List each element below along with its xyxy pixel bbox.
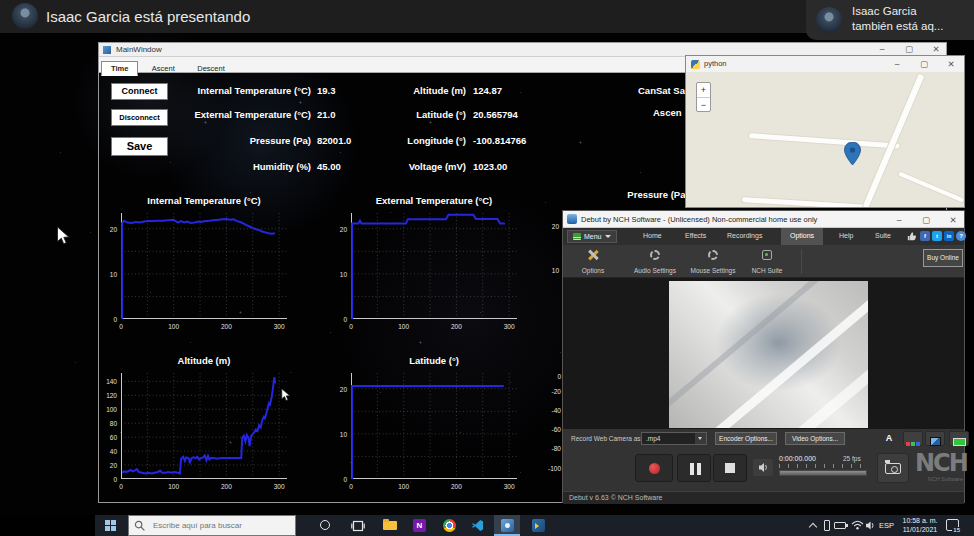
ascent-partial-label: Ascen [653, 107, 682, 118]
menu-help[interactable]: Help [839, 232, 853, 239]
audio-meter-scale [779, 464, 867, 468]
mainwindow-title: MainWindow [116, 45, 162, 54]
screen: MainWindow – ▢ ✕ Time Ascent Descent Con… [0, 0, 974, 536]
tab-ascent[interactable]: Ascent [143, 62, 184, 75]
taskbar-item-cortana[interactable] [313, 515, 339, 536]
taskbar-item-app[interactable] [525, 515, 551, 536]
gear-icon [707, 249, 719, 261]
wifi-icon[interactable] [851, 520, 864, 530]
humidity-value: 45.00 [317, 161, 341, 172]
internal-temperature-label: Internal Temperature (°C) [179, 85, 311, 96]
participant-tile[interactable]: Isaac Garcia también está aq... [806, 0, 974, 40]
participant-avatar [816, 7, 842, 33]
mouse-cursor [56, 226, 71, 246]
occluded-chart-ytick: -20 [537, 388, 561, 395]
close-button[interactable]: ✕ [946, 59, 956, 69]
taskbar-item-onenote[interactable]: N [407, 515, 433, 536]
debut-titlebar[interactable]: Debut by NCH Software - (Unlicensed) Non… [563, 211, 964, 228]
minimize-button[interactable]: – [894, 215, 904, 225]
zoom-in-button[interactable]: + [697, 83, 710, 97]
humidity-label: Humidity (%) [179, 161, 311, 172]
mouse-settings-button[interactable]: Mouse Settings [685, 247, 741, 274]
close-button[interactable]: ✕ [931, 44, 941, 54]
record-as-label: Record Web Camera as: [571, 435, 642, 442]
phone-icon[interactable] [824, 520, 830, 531]
recording-timer: 0:00:00.000 [779, 455, 816, 462]
facebook-icon[interactable]: f [920, 231, 930, 241]
taskbar-item-debut-active[interactable] [494, 515, 520, 536]
pressure-value: 82001.0 [317, 135, 351, 146]
maximize-button[interactable]: ▢ [919, 59, 929, 69]
overlay-button[interactable] [925, 431, 945, 446]
menu-options-active[interactable]: Options [781, 228, 823, 245]
cansat-partial-label: CanSat Sa [638, 85, 685, 96]
options-tool-button[interactable]: Options [565, 247, 621, 274]
save-button[interactable]: Save [111, 137, 168, 156]
video-options-button[interactable]: Video Options... [785, 432, 845, 445]
latitude-label: Latitude (°) [354, 109, 466, 120]
taskbar-clock[interactable]: 10:58 a. m. 11/01/2021 [898, 517, 942, 534]
internal-temperature-value: 19.3 [317, 85, 336, 96]
tools-icon [587, 249, 599, 261]
taskbar-item-task-view[interactable] [345, 515, 371, 536]
tab-time[interactable]: Time [101, 61, 138, 76]
maximize-button[interactable]: ▢ [904, 44, 914, 54]
maximize-button[interactable]: ▢ [921, 215, 931, 225]
chart-title-internal-temperature: Internal Temperature (°C) [121, 195, 287, 206]
buy-online-button[interactable]: Buy Online [923, 249, 963, 267]
transport-controls: 0:00:00.000 25 fps NCH NCH Software [563, 449, 964, 491]
taskbar-item-file-explorer[interactable] [377, 515, 403, 536]
onenote-icon: N [413, 519, 426, 532]
connect-button[interactable]: Connect [111, 83, 168, 100]
chart-title-latitude: Latitude (°) [351, 355, 517, 366]
close-button[interactable]: ✕ [948, 215, 958, 225]
text-overlay-button[interactable]: A [879, 431, 899, 446]
record-button[interactable] [635, 454, 673, 482]
python-titlebar[interactable]: python – ▢ ✕ [686, 56, 964, 72]
help-icon[interactable]: ? [956, 231, 966, 241]
chart-altitude: 0100200300020406080100120140 [121, 373, 287, 479]
taskbar-item-chrome[interactable] [437, 515, 463, 536]
linkedin-icon[interactable]: in [944, 231, 954, 241]
menu-suite[interactable]: Suite [875, 232, 891, 239]
snapshot-button[interactable] [877, 453, 909, 483]
stop-button[interactable] [713, 454, 747, 482]
debut-recorder-window: Debut by NCH Software - (Unlicensed) Non… [562, 210, 965, 503]
minimize-button[interactable]: – [877, 44, 887, 54]
audio-settings-button[interactable]: Audio Settings [627, 247, 683, 274]
tab-descent[interactable]: Descent [188, 62, 234, 75]
menu-home[interactable]: Home [643, 232, 662, 239]
mute-button[interactable] [753, 459, 773, 476]
participant-status: también está aq... [852, 20, 943, 32]
menu-effects[interactable]: Effects [685, 232, 706, 239]
taskbar-search[interactable] [128, 515, 296, 536]
location-pin-icon [844, 142, 861, 165]
menu-button[interactable]: Menu [567, 230, 617, 243]
thumbs-up-icon[interactable] [907, 231, 917, 241]
debut-statusbar: Debut v 6.63 © NCH Software [563, 491, 964, 504]
notification-center-icon[interactable]: 15 [946, 519, 959, 531]
pause-button[interactable] [677, 454, 711, 482]
color-settings-button[interactable] [903, 431, 923, 446]
encoder-options-button[interactable]: Encoder Options... [715, 432, 777, 445]
app-icon [532, 519, 545, 532]
pressure-label: Pressure (Pa) [179, 135, 311, 146]
start-button[interactable] [95, 515, 127, 536]
twitter-icon[interactable]: t [932, 231, 942, 241]
green-screen-button[interactable] [949, 431, 969, 446]
zoom-out-button[interactable]: − [697, 97, 710, 112]
battery-icon[interactable] [834, 522, 846, 529]
altitude-value: 124.87 [473, 85, 502, 96]
nch-suite-button[interactable]: NCH Suite [739, 247, 795, 274]
taskbar-item-vscode[interactable] [465, 515, 491, 536]
map-canvas[interactable]: + − [686, 72, 964, 207]
volume-icon[interactable] [865, 520, 877, 531]
search-input[interactable] [151, 518, 291, 533]
disconnect-button[interactable]: Disconnect [111, 109, 168, 126]
format-dropdown[interactable]: .mp4 [641, 432, 707, 445]
minimize-button[interactable]: – [892, 59, 902, 69]
tray-expand-icon[interactable] [809, 523, 817, 531]
chevron-down-icon [605, 235, 611, 238]
menu-recordings[interactable]: Recordings [727, 232, 762, 239]
language-indicator[interactable]: ESP [879, 521, 894, 530]
